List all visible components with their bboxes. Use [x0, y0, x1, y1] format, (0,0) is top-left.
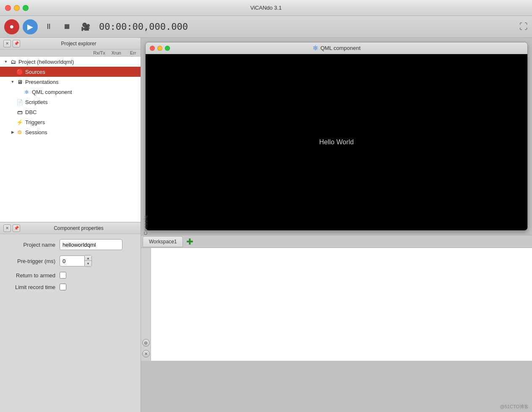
tree-item-triggers[interactable]: ⚡ Triggers	[0, 117, 141, 127]
qml-window-controls	[150, 46, 170, 51]
project-tree: ▼ 🗂 Project (helloworldqml) 🔴 Sources ▼ …	[0, 57, 141, 222]
qml-component-window: ❄ QML component Hello World	[145, 42, 528, 231]
tree-item-scriptlets[interactable]: 📄 Scriptlets	[0, 97, 141, 107]
camera-icon: 🎥	[81, 22, 90, 31]
qml-titlebar: ❄ QML component	[146, 42, 527, 54]
stop-icon: ⏹	[63, 22, 71, 31]
sources-arrow	[10, 69, 15, 74]
triggers-arrow	[10, 120, 15, 125]
stop-button[interactable]: ⏹	[60, 19, 75, 34]
presentations-arrow: ▼	[10, 79, 15, 84]
pretrigger-row: Pre-trigger (ms) ▲ ▼	[5, 255, 136, 267]
tree-item-dbc[interactable]: 🗃 DBC	[0, 107, 141, 117]
minimize-button[interactable]	[14, 5, 20, 11]
maximize-button[interactable]	[23, 5, 29, 11]
component-properties-header: ✕ 📌 Component properties	[0, 222, 141, 234]
triggers-icon: ⚡	[16, 118, 23, 126]
panel-header-icons: ✕ 📌	[3, 40, 20, 47]
dbc-label: DBC	[25, 109, 37, 115]
qml-snowflake-icon: ❄	[313, 44, 318, 52]
app-title: ViCANdo 3.1	[250, 5, 282, 11]
pretrigger-label: Pre-trigger (ms)	[5, 258, 60, 264]
qml-icon: ❄	[23, 88, 30, 96]
spinner-buttons: ▲ ▼	[85, 255, 92, 267]
limit-record-checkbox[interactable]	[60, 284, 66, 290]
tree-item-presentations[interactable]: ▼ 🖥 Presentations	[0, 77, 141, 87]
project-name-row: Project name	[5, 239, 136, 250]
dbc-icon: 🗃	[16, 108, 23, 116]
window-controls	[5, 5, 29, 11]
sources-icon: 🔴	[16, 68, 23, 76]
limit-record-row: Limit record time	[5, 284, 136, 290]
presentations-icon: 🖥	[16, 78, 23, 86]
console-sidebar: ⚙ ✕ Console	[141, 248, 151, 361]
console-content	[151, 248, 532, 361]
scriptlets-label: Scriptlets	[25, 99, 47, 105]
qml-canvas: Hello World	[146, 54, 527, 230]
spinner-up-button[interactable]: ▲	[85, 256, 91, 261]
snapshot-button[interactable]: 🎥	[78, 19, 93, 34]
sessions-arrow: ▶	[10, 130, 15, 135]
record-icon: ●	[10, 22, 14, 31]
console-clear-button[interactable]: ✕	[142, 350, 150, 357]
console-area: ⚙ ✕ Console	[141, 248, 532, 361]
sources-label: Sources	[25, 69, 45, 75]
title-bar: ViCANdo 3.1	[0, 0, 532, 16]
timer-display: 00:00:00,000.000	[99, 21, 188, 32]
qml-arrow	[17, 89, 22, 94]
watermark: @51CTO博客	[500, 404, 529, 410]
qml-label: QML component	[32, 89, 72, 95]
project-name-label: Project name	[5, 242, 60, 248]
console-settings-button[interactable]: ⚙	[142, 339, 150, 347]
qml-minimize-button[interactable]	[157, 46, 162, 51]
expand-icon[interactable]: ⛶	[519, 22, 528, 31]
console-label: Console	[143, 215, 148, 235]
main-area: ✕ 📌 Project explorer Rx/Tx Xrun Err ▼ 🗂 …	[0, 38, 532, 412]
close-props-button[interactable]: ✕	[3, 224, 11, 232]
props-content: Project name Pre-trigger (ms) ▲ ▼	[0, 234, 141, 412]
play-button[interactable]: ▶	[23, 19, 38, 34]
tree-item-qml[interactable]: ❄ QML component	[0, 87, 141, 97]
return-to-armed-row: Return to armed	[5, 272, 136, 279]
main-toolbar: ● ▶ ⏸ ⏹ 🎥 00:00:00,000.000 ⛶	[0, 16, 532, 38]
left-panel: ✕ 📌 Project explorer Rx/Tx Xrun Err ▼ 🗂 …	[0, 38, 141, 412]
pause-button[interactable]: ⏸	[41, 19, 56, 34]
presentations-label: Presentations	[25, 79, 59, 85]
workspace-tabs: Workspace1 ✚	[141, 235, 532, 248]
component-properties-title: Component properties	[20, 225, 137, 231]
close-panel-button[interactable]: ✕	[3, 40, 11, 47]
spinner-down-button[interactable]: ▼	[85, 261, 91, 266]
project-name-input[interactable]	[60, 239, 123, 250]
qml-title: ❄ QML component	[313, 44, 361, 52]
tree-item-sessions[interactable]: ▶ ⚙ Sessions	[0, 127, 141, 137]
qml-maximize-button[interactable]	[165, 46, 170, 51]
col-xrun: Xrun	[110, 50, 122, 55]
pin-panel-button[interactable]: 📌	[13, 40, 20, 47]
pause-icon: ⏸	[45, 22, 52, 31]
tree-item-sources[interactable]: 🔴 Sources	[0, 67, 141, 77]
pin-props-button[interactable]: 📌	[13, 224, 20, 232]
right-area: ❄ QML component Hello World Workspace1 ✚…	[141, 38, 532, 412]
dbc-arrow	[10, 110, 15, 115]
qml-close-button[interactable]	[150, 46, 155, 51]
workspace1-tab-label: Workspace1	[149, 239, 177, 245]
sessions-label: Sessions	[25, 129, 47, 136]
project-explorer-panel: ✕ 📌 Project explorer Rx/Tx Xrun Err ▼ 🗂 …	[0, 38, 141, 222]
scriptlets-arrow	[10, 99, 15, 104]
return-to-armed-checkbox[interactable]	[60, 272, 66, 279]
hello-world-text: Hello World	[319, 138, 354, 146]
tree-item-project[interactable]: ▼ 🗂 Project (helloworldqml)	[0, 57, 141, 67]
play-icon: ▶	[27, 22, 33, 31]
close-button[interactable]	[5, 5, 11, 11]
sessions-icon: ⚙	[16, 128, 23, 136]
pretrigger-input[interactable]	[60, 256, 85, 266]
project-icon: 🗂	[9, 58, 17, 65]
project-explorer-title: Project explorer	[20, 41, 137, 47]
qml-title-text: QML component	[321, 45, 361, 51]
record-button[interactable]: ●	[4, 19, 19, 34]
triggers-label: Triggers	[25, 119, 45, 125]
add-workspace-button[interactable]: ✚	[185, 237, 195, 246]
workspace1-tab[interactable]: Workspace1	[143, 236, 183, 247]
project-label: Project (helloworldqml)	[18, 59, 74, 65]
col-rxtx: Rx/Tx	[93, 50, 105, 55]
